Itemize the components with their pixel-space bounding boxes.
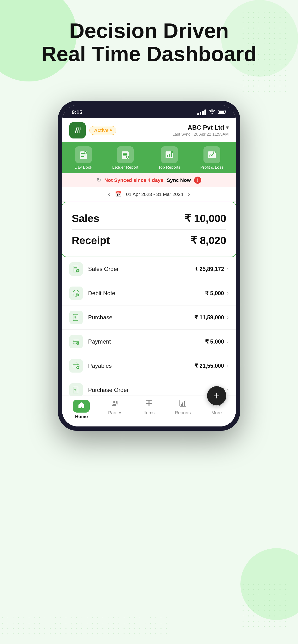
payables-amount: ₹ 21,55,000 [194,363,224,369]
phone-wrapper: 9:15 [58,100,240,431]
svg-rect-49 [182,402,183,406]
svg-rect-2 [219,111,224,113]
hero-title-line1: Decision Driven [69,19,229,42]
svg-rect-45 [146,404,149,406]
svg-text:₹: ₹ [74,388,76,392]
company-name-row: ABC Pvt Ltd ▾ [173,124,229,131]
debit-note-icon [69,286,83,300]
svg-rect-34 [73,365,76,367]
svg-rect-43 [146,400,149,403]
status-bar: 9:15 [62,105,236,118]
status-time: 9:15 [72,109,82,116]
company-dropdown-icon[interactable]: ▾ [226,124,229,131]
svg-rect-50 [184,401,185,406]
payment-chevron: › [227,338,229,345]
debit-note-chevron: › [227,290,229,296]
svg-rect-17 [171,152,172,157]
bottom-nav-parties[interactable]: Parties [98,400,132,419]
payment-name: Payment [88,338,205,345]
nav-item-ledger[interactable]: Ledger Report [112,146,138,170]
calendar-icon: 📅 [115,191,121,198]
more-nav-label: More [211,410,222,416]
svg-point-0 [212,113,213,114]
transaction-item-purchase[interactable]: ₹ Purchase ₹ 11,59,000 › [62,306,236,330]
date-prev-button[interactable]: ‹ [108,191,110,198]
svg-rect-44 [149,400,152,403]
receipt-row: Receipt ₹ 8,020 [72,229,226,249]
sales-row: Sales ₹ 10,000 [72,210,226,227]
nav-item-topreports[interactable]: Top Reports [158,146,181,170]
purchase-order-name: Purchase Order [88,387,211,394]
active-label: Active [94,128,108,133]
svg-rect-48 [181,404,182,406]
purchase-name: Purchase [88,314,194,321]
wifi-icon [209,109,215,116]
sales-order-chevron: › [227,266,229,272]
transaction-item-debit-note[interactable]: Debit Note ₹ 5,000 › [62,281,236,306]
debit-note-name: Debit Note [88,290,205,296]
last-sync-text: Last Sync : 20 Apr 22 11:55AM [173,132,229,137]
signal-icon [197,110,206,115]
nav-item-daybook[interactable]: Day Book [75,146,92,170]
profitloss-icon [203,146,220,163]
active-dot [110,130,112,131]
sales-label: Sales [72,212,99,224]
sync-warning-bar: ↻ Not Synced since 4 days Sync Now ! [62,173,236,187]
purchase-icon: ₹ [69,311,83,324]
fab-add-button[interactable]: + [207,386,226,406]
company-name-text: ABC Pvt Ltd [188,124,224,131]
sync-warning-text: Not Synced since 4 days [104,177,163,183]
dots-pattern-bottom [0,615,168,634]
company-info: ABC Pvt Ltd ▾ Last Sync : 20 Apr 22 11:5… [173,124,229,137]
active-badge: Active [89,126,116,135]
transaction-item-sales-order[interactable]: Sales Order ₹ 25,89,172 › [62,257,236,281]
home-nav-label: Home [75,414,88,419]
receipt-label: Receipt [72,234,110,246]
ledger-label: Ledger Report [112,165,138,170]
daybook-label: Day Book [75,165,92,170]
nav-item-profitloss[interactable]: Profit & Loss [200,146,223,170]
bottom-nav-items[interactable]: Items [132,400,166,419]
ledger-icon [117,146,134,163]
svg-rect-15 [167,155,168,157]
transaction-item-payment[interactable]: Payment ₹ 5,000 › [62,330,236,354]
receipt-value: ₹ 8,020 [190,234,226,246]
parties-icon [112,400,119,409]
topreports-icon [161,146,178,163]
bottom-nav-home[interactable]: Home [65,400,98,419]
parties-nav-label: Parties [108,410,122,416]
hero-title: Decision Driven Real Time Dashboard [0,19,298,66]
phone-outer: 9:15 [58,100,240,431]
svg-rect-16 [169,154,170,157]
purchase-chevron: › [227,314,229,320]
svg-rect-46 [149,404,152,406]
payment-amount: ₹ 5,000 [205,338,224,345]
sales-value: ₹ 10,000 [184,212,226,224]
sales-order-icon [69,262,83,276]
transaction-item-payables[interactable]: Payables ₹ 21,55,000 › [62,354,236,378]
app-header: Active ABC Pvt Ltd ▾ Last Sync : 20 Apr … [62,118,236,142]
profitloss-label: Profit & Loss [200,165,223,170]
purchase-order-chevron: › [227,387,229,393]
debit-note-amount: ₹ 5,000 [205,290,224,296]
svg-text:₹: ₹ [74,316,76,319]
date-range-text: 01 Apr 2023 - 31 Mar 2024 [126,192,183,197]
status-icons [197,109,226,116]
highlight-card: Sales ₹ 10,000 Receipt ₹ 8,020 [62,202,236,257]
payables-name: Payables [88,362,194,369]
date-range-row: ‹ 📅 01 Apr 2023 - 31 Mar 2024 › [62,187,236,202]
hero-title-line2: Real Time Dashboard [41,42,257,66]
battery-icon [218,109,226,116]
bottom-nav-reports[interactable]: Reports [166,400,200,419]
reports-icon [179,400,186,409]
sales-order-amount: ₹ 25,89,172 [194,266,224,272]
topreports-label: Top Reports [158,165,181,170]
hero-section: Decision Driven Real Time Dashboard [0,19,298,66]
date-next-button[interactable]: › [188,191,190,198]
sales-order-name: Sales Order [88,266,194,272]
reports-nav-label: Reports [175,410,191,416]
phone-screen: 9:15 [62,105,236,426]
items-nav-label: Items [143,410,155,416]
sync-now-button[interactable]: Sync Now [167,177,191,183]
green-nav-bar: Day Book Ledger Rep [62,142,236,173]
